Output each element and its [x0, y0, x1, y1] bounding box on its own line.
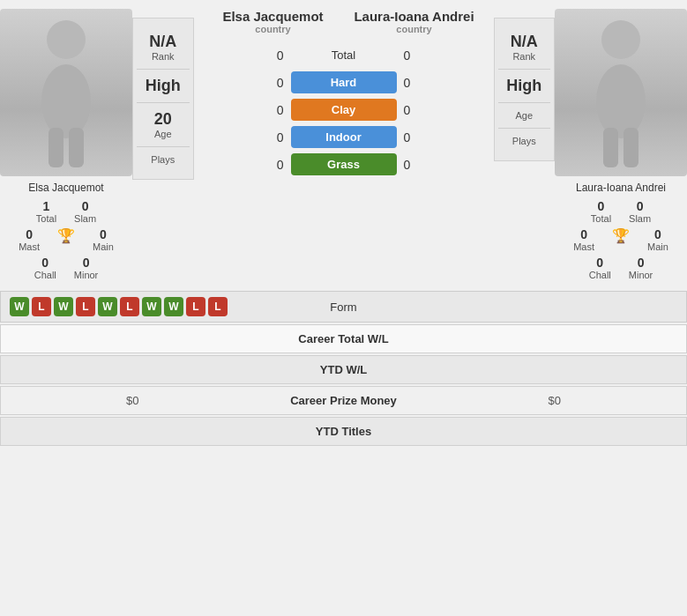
player2-photo: [555, 9, 687, 176]
hard-score-right: 0: [397, 76, 441, 90]
grass-surface-label[interactable]: Grass: [291, 153, 397, 175]
ytd-wl-row: YTD W/L: [0, 355, 687, 384]
svg-rect-7: [624, 128, 638, 167]
career-prize-row: $0 Career Prize Money $0: [0, 386, 687, 415]
player1-info-panel: N/A Rank High 20 Age Plays: [132, 18, 194, 180]
player2-photo-panel: Laura-Ioana Andrei 0 Total 0 Slam 0 Mast…: [555, 9, 687, 280]
player1-total-value: 1: [43, 199, 50, 213]
player2-slam-value: 0: [637, 199, 644, 213]
player2-rank-block: N/A Rank: [498, 26, 551, 70]
center-panel: Elsa Jacquemot country Laura-Ioana Andre…: [194, 9, 494, 280]
total-surface-label: Total: [291, 44, 397, 66]
svg-rect-3: [69, 128, 84, 167]
total-score-right: 0: [397, 48, 441, 63]
player2-name: Laura-Ioana Andrei: [344, 9, 485, 24]
form-row: WLWLWLWWLL Form: [0, 291, 687, 323]
player1-age-block: 20 Age: [137, 103, 190, 147]
player2-trophy-icon-container: 🏆: [612, 227, 630, 252]
player1-minor-stat: 0 Minor: [74, 256, 99, 280]
player2-plays-block: Plays: [498, 129, 551, 153]
player2-silhouette: [581, 13, 661, 172]
player2-rank-label: Rank: [512, 51, 535, 62]
main-container: Elsa Jacquemot 1 Total 0 Slam 0 Mast 🏆: [0, 0, 687, 446]
player1-rank-value: N/A: [149, 33, 176, 51]
form-badge-l: L: [32, 297, 51, 316]
player2-minor-stat: 0 Minor: [629, 256, 653, 280]
player2-country: country: [344, 24, 485, 34]
career-prize-right: $0: [432, 394, 678, 407]
player1-trophy-icon: 🏆: [57, 227, 75, 244]
form-badge-w: W: [98, 297, 117, 316]
clay-score-right: 0: [397, 103, 441, 117]
player2-chall-label: Chall: [589, 270, 611, 280]
svg-rect-6: [603, 128, 618, 167]
player2-minor-label: Minor: [629, 270, 653, 280]
form-badge-l: L: [208, 297, 228, 316]
ytd-titles-label: YTD Titles: [256, 425, 432, 438]
player1-slam-label: Slam: [74, 213, 96, 224]
player1-age-label: Age: [154, 129, 172, 139]
player1-age-value: 20: [154, 110, 172, 129]
form-badge-l: L: [186, 297, 205, 316]
player2-mast-value: 0: [580, 227, 587, 241]
grass-score-row: 0 Grass 0: [194, 153, 494, 175]
svg-point-4: [601, 20, 640, 59]
player1-trophy-icon-container: 🏆: [57, 227, 75, 252]
player1-silhouette: [26, 13, 106, 172]
clay-score-left: 0: [247, 103, 291, 117]
player2-chall-value: 0: [596, 256, 603, 270]
score-table: 0 Total 0 0 Hard 0 0 Clay 0 0: [194, 41, 494, 178]
player-comparison: Elsa Jacquemot 1 Total 0 Slam 0 Mast 🏆: [0, 0, 687, 289]
player2-total-value: 0: [598, 199, 605, 213]
form-badge-l: L: [76, 297, 95, 316]
clay-surface-label[interactable]: Clay: [291, 99, 397, 121]
player1-chall-stat: 0 Chall: [34, 256, 56, 280]
player1-stats-row2: 0 Mast 🏆 0 Main: [19, 227, 114, 252]
form-badges-left: WLWLWLWWLL: [10, 297, 273, 316]
player1-plays-label: Plays: [151, 154, 175, 165]
player2-age-label: Age: [515, 110, 533, 121]
player1-slam-stat: 0 Slam: [74, 199, 96, 224]
player2-name-label: Laura-Ioana Andrei: [576, 182, 666, 194]
player1-plays-block: Plays: [137, 147, 190, 172]
player1-main-label: Main: [93, 241, 114, 252]
player2-stats-row1: 0 Total 0 Slam: [591, 199, 651, 224]
bottom-section: WLWLWLWWLL Form Career Total W/L YTD W/L…: [0, 291, 687, 446]
names-row: Elsa Jacquemot country Laura-Ioana Andre…: [194, 9, 494, 34]
player2-main-value: 0: [654, 227, 661, 241]
indoor-surface-label[interactable]: Indoor: [291, 126, 397, 148]
player1-high-block: High: [137, 70, 190, 103]
player1-minor-label: Minor: [74, 270, 99, 280]
player2-stats-row2: 0 Mast 🏆 0 Main: [573, 227, 668, 252]
hard-score-left: 0: [247, 76, 291, 90]
total-score-left: 0: [247, 48, 291, 63]
player2-slam-label: Slam: [629, 213, 651, 224]
player1-stats-row1: 1 Total 0 Slam: [36, 199, 96, 224]
player1-mast-stat: 0 Mast: [19, 227, 40, 252]
player1-main-stat: 0 Main: [93, 227, 114, 252]
player1-total-label: Total: [36, 213, 56, 224]
player2-info-panel: N/A Rank High Age Plays: [494, 18, 556, 161]
hard-surface-label[interactable]: Hard: [291, 71, 397, 93]
player2-chall-stat: 0 Chall: [589, 256, 611, 280]
player2-slam-stat: 0 Slam: [629, 199, 651, 224]
player2-total-label: Total: [591, 213, 611, 224]
player1-country: country: [203, 24, 344, 34]
svg-point-1: [41, 64, 91, 138]
form-badge-w: W: [142, 297, 161, 316]
career-prize-label: Career Prize Money: [256, 394, 432, 407]
form-label: Form: [273, 301, 414, 314]
form-badge-w: W: [10, 297, 29, 316]
player2-center-name: Laura-Ioana Andrei country: [344, 9, 485, 34]
player2-high-value: High: [506, 77, 541, 95]
player1-main-value: 0: [100, 227, 107, 241]
player2-trophy-icon: 🏆: [612, 227, 630, 244]
player1-name-label: Elsa Jacquemot: [28, 182, 103, 194]
player1-stats-row3: 0 Chall 0 Minor: [34, 256, 99, 280]
player1-high-value: High: [146, 77, 181, 95]
player1-slam-value: 0: [82, 199, 89, 213]
career-prize-left: $0: [10, 394, 256, 407]
form-badge-w: W: [54, 297, 73, 316]
clay-score-row: 0 Clay 0: [194, 99, 494, 121]
indoor-score-row: 0 Indoor 0: [194, 126, 494, 148]
